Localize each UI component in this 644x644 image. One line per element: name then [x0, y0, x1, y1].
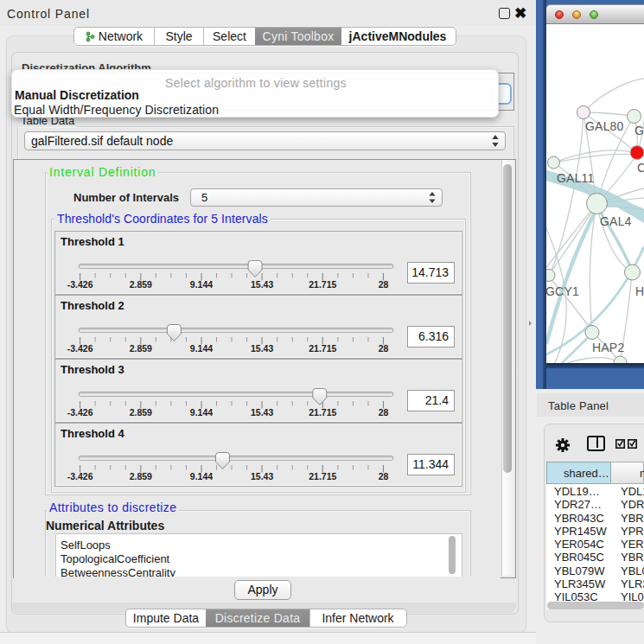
svg-text:Threshold 2: Threshold 2 — [61, 299, 124, 312]
svg-text:Threshold 3: Threshold 3 — [61, 363, 124, 376]
svg-text:28: 28 — [379, 343, 389, 354]
svg-text:-3.426: -3.426 — [67, 471, 93, 481]
svg-text:-3.426: -3.426 — [67, 279, 93, 290]
svg-text:H: H — [635, 284, 644, 298]
svg-text:-3.426: -3.426 — [67, 407, 93, 418]
svg-text:Threshold 4: Threshold 4 — [61, 427, 124, 440]
svg-text:15.43: 15.43 — [251, 279, 273, 290]
svg-text:2.859: 2.859 — [130, 407, 152, 418]
svg-text:15.43: 15.43 — [251, 343, 273, 354]
svg-text:HAP2: HAP2 — [592, 341, 624, 354]
svg-text:28: 28 — [379, 279, 389, 290]
svg-text:2.859: 2.859 — [130, 343, 152, 354]
svg-text:21.715: 21.715 — [309, 407, 336, 418]
svg-text:9.144: 9.144 — [190, 471, 213, 481]
svg-text:G.: G. — [634, 124, 644, 137]
svg-text:GAL4: GAL4 — [600, 214, 632, 228]
svg-text:28: 28 — [379, 471, 389, 481]
svg-text:2.859: 2.859 — [130, 471, 152, 481]
svg-text:Threshold 1: Threshold 1 — [61, 235, 124, 248]
svg-text:15.43: 15.43 — [251, 407, 273, 418]
svg-text:21.715: 21.715 — [309, 279, 336, 290]
svg-text:9.144: 9.144 — [190, 279, 213, 290]
svg-text:21.715: 21.715 — [309, 471, 336, 481]
svg-text:28: 28 — [379, 407, 389, 418]
svg-text:2.859: 2.859 — [130, 279, 152, 290]
svg-text:C: C — [637, 161, 644, 175]
svg-text:GAL80: GAL80 — [585, 119, 624, 133]
svg-text:9.144: 9.144 — [190, 407, 213, 418]
svg-text:21.715: 21.715 — [309, 343, 336, 354]
svg-text:GAL11: GAL11 — [557, 171, 595, 185]
svg-text:9.144: 9.144 — [190, 343, 213, 354]
svg-text:15.43: 15.43 — [251, 471, 273, 481]
svg-text:-3.426: -3.426 — [67, 343, 93, 354]
svg-text:GCY1: GCY1 — [546, 284, 579, 298]
